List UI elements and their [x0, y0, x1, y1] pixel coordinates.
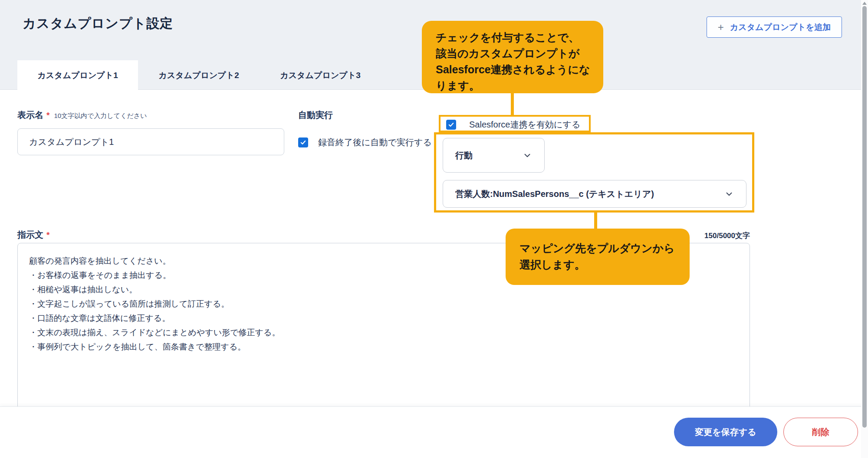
- mapping-field-select[interactable]: 営業人数:NumSalesPersons__c (テキストエリア): [443, 180, 746, 208]
- auto-run-label-row: 自動実行: [298, 109, 333, 121]
- mapping-record-type-select[interactable]: 行動: [443, 138, 545, 173]
- annotation-callout-mapping: マッピング先をプルダウンから 選択します。: [506, 229, 690, 285]
- page-title: カスタムプロンプト設定: [23, 15, 173, 33]
- tab-custom-prompt-2[interactable]: カスタムプロンプト2: [138, 60, 260, 91]
- callout-text-line: マッピング先をプルダウンから: [519, 240, 676, 256]
- save-button[interactable]: 変更を保存する: [674, 418, 777, 446]
- custom-prompt-settings-page: カスタムプロンプト設定 + カスタムプロンプトを追加 カスタムプロンプト1 カス…: [0, 0, 868, 458]
- scrollbar-thumb[interactable]: [862, 6, 867, 428]
- required-asterisk: *: [46, 111, 49, 120]
- display-name-input[interactable]: [17, 128, 284, 155]
- plus-icon: +: [718, 22, 724, 33]
- tab-label: カスタムプロンプト2: [158, 70, 239, 81]
- display-name-label: 表示名: [17, 109, 43, 121]
- add-custom-prompt-label: カスタムプロンプトを追加: [730, 22, 831, 33]
- callout-text-line: Salesforce連携されるようにな: [436, 62, 589, 78]
- callout-text-line: チェックを付与することで、: [436, 29, 589, 46]
- check-icon: [448, 121, 454, 128]
- auto-run-label: 自動実行: [298, 109, 333, 121]
- tab-label: カスタムプロンプト3: [280, 70, 361, 81]
- tab-label: カスタムプロンプト1: [37, 70, 118, 81]
- tab-custom-prompt-1[interactable]: カスタムプロンプト1: [17, 60, 138, 91]
- char-counter: 150/5000文字: [704, 231, 750, 241]
- annotation-callout-salesforce: チェックを付与することで、 該当のカスタムプロンプトが Salesforce連携…: [422, 21, 603, 93]
- instruction-label-row: 指示文 *: [17, 229, 49, 241]
- check-icon: [300, 139, 306, 146]
- callout-text-line: ります。: [436, 78, 589, 94]
- delete-button[interactable]: 削除: [783, 418, 858, 446]
- annotation-connector-line: [594, 211, 597, 231]
- auto-run-checkbox[interactable]: [298, 137, 308, 147]
- salesforce-checkbox[interactable]: [446, 120, 456, 130]
- mapping-field-value: 営業人数:NumSalesPersons__c (テキストエリア): [455, 188, 654, 200]
- scrollbar-track[interactable]: [861, 0, 868, 458]
- scrollbar-up-arrow-icon[interactable]: [862, 2, 867, 5]
- tab-custom-prompt-3[interactable]: カスタムプロンプト3: [260, 60, 381, 91]
- display-name-hint: 10文字以内で入力してください: [54, 112, 147, 120]
- display-name-label-row: 表示名 * 10文字以内で入力してください: [17, 109, 147, 121]
- required-asterisk: *: [46, 230, 49, 240]
- callout-text-line: 選択します。: [519, 256, 676, 273]
- salesforce-checkbox-row: Salesforce連携を有効にする: [446, 119, 580, 131]
- chevron-down-icon: [523, 150, 532, 160]
- footer-bar: 変更を保存する 削除: [0, 406, 868, 458]
- callout-text-line: 該当のカスタムプロンプトが: [436, 46, 589, 62]
- annotation-connector-line: [511, 92, 514, 116]
- instruction-label: 指示文: [17, 229, 43, 241]
- chevron-down-icon: [724, 189, 734, 199]
- salesforce-checkbox-label: Salesforce連携を有効にする: [469, 119, 580, 131]
- mapping-record-type-value: 行動: [455, 150, 473, 161]
- add-custom-prompt-button[interactable]: + カスタムプロンプトを追加: [707, 16, 842, 38]
- auto-run-checkbox-row: 録音終了後に自動で実行する: [298, 137, 432, 148]
- auto-run-checkbox-label: 録音終了後に自動で実行する: [318, 137, 432, 148]
